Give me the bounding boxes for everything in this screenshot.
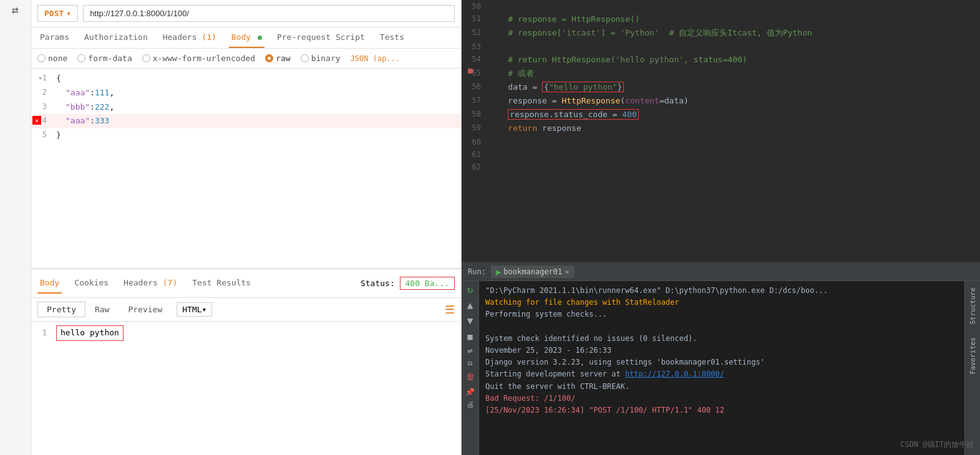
response-highlight-box: hello python: [56, 325, 124, 341]
response-body: 1 hello python: [31, 322, 461, 455]
response-tabs-row: Body Cookies Headers (7) Test Results St…: [31, 269, 461, 298]
run-tab-close[interactable]: ✕: [565, 267, 569, 276]
run-section: Run: ▶ bookmanager01 ✕ ↻ ▲ ▼ ■ ⇌ ⊟ 🗑 �: [462, 262, 980, 455]
rerun-button[interactable]: ↻: [467, 284, 473, 295]
view-tab-preview[interactable]: Preview: [119, 302, 172, 317]
radio-urlencoded[interactable]: x-www-form-urlencoded: [142, 54, 255, 63]
left-content: POST ▾ Params Authorization Headers (1) …: [31, 0, 461, 455]
wrap-icon[interactable]: ☰: [445, 303, 455, 316]
url-bar: POST ▾: [31, 0, 461, 27]
view-tab-raw[interactable]: Raw: [85, 302, 119, 317]
code-line-5: 5 }: [31, 128, 461, 143]
clear-button[interactable]: 🗑: [466, 371, 475, 381]
py-line-61: 61: [462, 148, 980, 161]
radio-binary-circle: [301, 54, 309, 62]
run-body: ↻ ▲ ▼ ■ ⇌ ⊟ 🗑 📌 🖨 "D:\PyCharm 2021.1.1\b…: [462, 281, 980, 455]
run-tab[interactable]: ▶ bookmanager01 ✕: [491, 266, 575, 278]
left-panel: ⇄ POST ▾ Params Authorization Headers: [0, 0, 462, 455]
py-line-55: 55 # 或者: [462, 67, 980, 80]
right-panel: 50 51 # response = HttpResponse() 52 # r…: [462, 0, 980, 455]
sidebar-icon[interactable]: ⇄: [12, 3, 19, 16]
favorites-tab[interactable]: Favorites: [966, 331, 979, 381]
resp-tab-headers[interactable]: Headers (7): [121, 273, 180, 294]
response-line-1: 1 hello python: [31, 325, 461, 342]
py-line-52: 52 # response['itcast'] = 'Python' # 自定义…: [462, 26, 980, 40]
watermark: CSDN @搞IT的放牛娃: [900, 439, 974, 450]
method-label: POST: [44, 9, 64, 18]
response-section: Body Cookies Headers (7) Test Results St…: [31, 268, 461, 455]
radio-form-data[interactable]: form-data: [77, 54, 132, 63]
filter-button[interactable]: ⊟: [468, 359, 472, 368]
resp-tab-cookies[interactable]: Cookies: [72, 273, 111, 294]
output-line-6: November 25, 2023 - 16:26:33: [485, 345, 958, 357]
status-label: Status:: [361, 279, 400, 288]
view-tabs-row: Pretty Raw Preview HTML ▾ ☰: [31, 298, 461, 322]
body-type-row: none form-data x-www-form-urlencoded raw: [31, 49, 461, 69]
error-indicator: ✕: [32, 116, 41, 125]
sidebar-strip: ⇄: [0, 0, 31, 455]
code-line-2: 2 "aaa":111,: [31, 86, 461, 100]
tab-body[interactable]: Body: [229, 27, 264, 48]
output-line-5: System check identified no issues (0 sil…: [485, 333, 958, 345]
right-sidebar: Structure Favorites: [964, 281, 980, 455]
py-line-53: 53: [462, 41, 980, 53]
tab-params[interactable]: Params: [37, 27, 72, 48]
wrap-button[interactable]: 🖨: [467, 400, 474, 409]
radio-form-circle: [77, 54, 85, 62]
output-line-8: Starting development server at http://12…: [485, 368, 958, 380]
run-tab-label: bookmanager01: [503, 267, 562, 276]
tab-tests[interactable]: Tests: [377, 27, 407, 48]
radio-raw-circle: [265, 54, 273, 62]
run-header: Run: ▶ bookmanager01 ✕: [462, 263, 980, 281]
py-line-50: 50: [462, 0, 980, 12]
method-select[interactable]: POST ▾: [37, 5, 78, 22]
output-line-3: Performing system checks...: [485, 309, 958, 320]
resp-tab-test-results[interactable]: Test Results: [190, 273, 253, 294]
output-line-10: Bad Request: /1/100/: [485, 393, 958, 405]
run-toolbar: ↻ ▲ ▼ ■ ⇌ ⊟ 🗑 📌 🖨: [462, 281, 479, 455]
radio-none-circle: [37, 54, 46, 62]
method-chevron: ▾: [66, 9, 71, 18]
radio-raw[interactable]: raw: [265, 54, 290, 63]
body-dot: [258, 36, 262, 40]
response-status-box: Status: 400 Ba...: [361, 279, 455, 288]
output-line-4: [485, 321, 958, 333]
stop-button[interactable]: ■: [467, 332, 472, 342]
settings-button[interactable]: ⇌: [467, 345, 472, 355]
output-line-11: [25/Nov/2023 16:26:34] "POST /1/100/ HTT…: [485, 405, 958, 416]
radio-url-circle: [142, 54, 150, 62]
server-link[interactable]: http://127.0.0.1:8000/: [625, 370, 724, 378]
code-line-3: 3 "bbb":222,: [31, 100, 461, 115]
py-line-56: 56 data = {"hello python"}: [462, 80, 980, 94]
py-line-58: 58 response.status_code = 400: [462, 108, 980, 122]
request-body-editor[interactable]: ▾1 { 2 "aaa":111, 3 "bbb":222, ✕: [31, 69, 461, 268]
tab-authorization[interactable]: Authorization: [82, 27, 150, 48]
tab-headers[interactable]: Headers (1): [160, 27, 219, 48]
radio-none[interactable]: none: [37, 54, 67, 63]
format-select[interactable]: HTML ▾: [177, 302, 212, 317]
output-line-1: "D:\PyCharm 2021.1.1\bin\runnerw64.exe" …: [485, 285, 958, 297]
breakpoint: [468, 69, 473, 74]
py-line-51: 51 # response = HttpResponse(): [462, 12, 980, 26]
py-line-57: 57 response = HttpResponse(content=data): [462, 94, 980, 108]
pin-button[interactable]: 📌: [465, 388, 475, 396]
pycharm-code-section: 50 51 # response = HttpResponse() 52 # r…: [462, 0, 980, 262]
scroll-up-button[interactable]: ▲: [467, 299, 473, 311]
json-type-label[interactable]: JSON (ap...: [351, 54, 400, 63]
run-tab-icon: ▶: [496, 267, 501, 277]
request-tabs-row: Params Authorization Headers (1) Body Pr…: [31, 27, 461, 49]
highlight-58: response.status_code = 400: [508, 109, 639, 120]
code-line-4: ✕ 4 "aaa":333: [31, 114, 461, 128]
url-input[interactable]: [83, 5, 455, 22]
scroll-down-button[interactable]: ▼: [467, 315, 473, 327]
py-line-60: 60: [462, 136, 980, 148]
highlight-56: {"hello python"}: [542, 82, 624, 92]
view-tab-pretty[interactable]: Pretty: [37, 302, 85, 317]
resp-tab-body[interactable]: Body: [37, 273, 62, 294]
py-line-59: 59 return response: [462, 122, 980, 135]
radio-binary[interactable]: binary: [301, 54, 341, 63]
run-label: Run:: [468, 267, 486, 276]
py-line-62: 62: [462, 161, 980, 173]
tab-pre-request[interactable]: Pre-request Script: [274, 27, 367, 48]
structure-tab[interactable]: Structure: [966, 281, 979, 331]
